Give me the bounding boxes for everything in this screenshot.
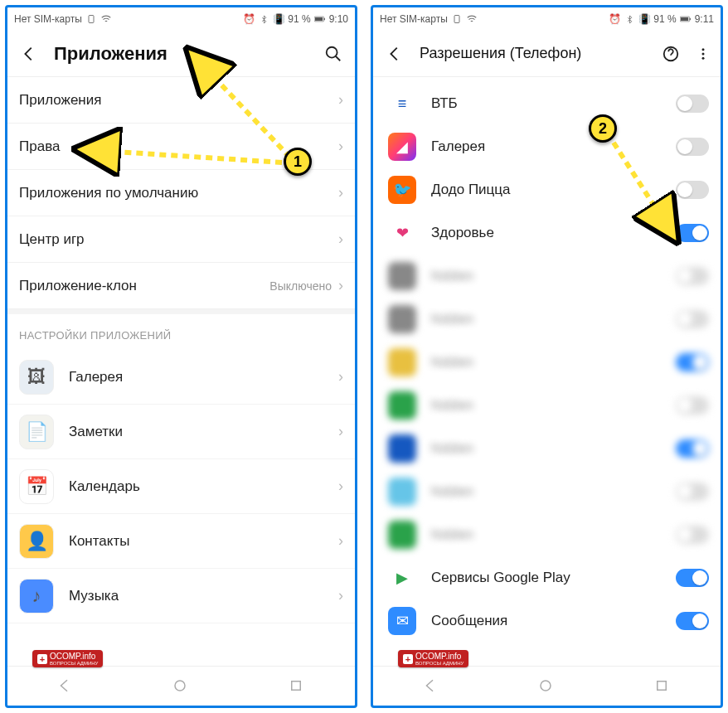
- chevron-right-icon: ›: [338, 532, 343, 550]
- watermark: + OCOMP.info ВОПРОСЫ АДМИНУ: [32, 650, 103, 667]
- permission-toggle[interactable]: [676, 310, 709, 328]
- app-icon: 🐦: [388, 176, 416, 204]
- vibrate-icon: 📳: [638, 13, 650, 25]
- permission-row[interactable]: hidden: [373, 470, 721, 513]
- permission-row[interactable]: hidden: [373, 384, 721, 427]
- nav-recent-icon[interactable]: [654, 678, 671, 695]
- permission-row[interactable]: ❤ Здоровье: [373, 211, 721, 255]
- permission-row[interactable]: hidden: [373, 341, 721, 384]
- row-label: Приложения: [19, 92, 338, 109]
- svg-point-14: [702, 56, 705, 59]
- alarm-icon: ⏰: [609, 13, 620, 25]
- permission-toggle[interactable]: [676, 267, 709, 285]
- row-apps[interactable]: Приложения ›: [7, 77, 355, 124]
- app-row[interactable]: ♪ Музыка ›: [7, 569, 355, 623]
- battery-percent: 91 %: [653, 13, 676, 25]
- permission-toggle[interactable]: [676, 138, 709, 156]
- nav-back-icon[interactable]: [423, 678, 439, 695]
- sim-icon: [451, 13, 463, 25]
- row-label: Приложения по умолчанию: [19, 185, 338, 201]
- permission-row[interactable]: ▶ Сервисы Google Play: [373, 556, 721, 599]
- row-game-center[interactable]: Центр игр ›: [7, 216, 355, 263]
- svg-point-13: [702, 52, 705, 55]
- header: Приложения: [7, 31, 355, 77]
- battery-icon: [314, 13, 326, 25]
- permission-toggle[interactable]: [676, 95, 709, 113]
- row-meta: Выключено: [269, 279, 332, 293]
- nav-home-icon[interactable]: [172, 678, 189, 695]
- permission-toggle[interactable]: [676, 396, 709, 415]
- sim-icon: [85, 13, 97, 25]
- wifi-icon: [100, 13, 112, 25]
- nav-back-icon[interactable]: [57, 678, 74, 695]
- permission-toggle[interactable]: [676, 439, 709, 458]
- row-app-twin[interactable]: Приложение-клон Выключено ›: [7, 263, 355, 309]
- app-icon: ◢: [388, 133, 416, 161]
- permission-row[interactable]: hidden: [373, 427, 721, 470]
- permission-row[interactable]: ≡ ВТБ: [373, 82, 721, 125]
- app-icon: [388, 478, 416, 506]
- page-title: Приложения: [54, 43, 308, 65]
- svg-rect-10: [689, 18, 690, 20]
- row-label: Права: [19, 138, 338, 155]
- app-icon: ❤: [388, 219, 416, 247]
- clock-label: 9:11: [695, 13, 714, 25]
- permission-row[interactable]: hidden: [373, 513, 721, 556]
- permission-row[interactable]: ✉ Сообщения: [373, 599, 721, 643]
- app-row[interactable]: 📅 Календарь ›: [7, 459, 355, 514]
- permission-row[interactable]: 🐦 Додо Пицца: [373, 168, 721, 211]
- chevron-right-icon: ›: [338, 277, 343, 294]
- alarm-icon: ⏰: [243, 13, 255, 25]
- app-label: hidden: [431, 268, 661, 284]
- row-label: Приложение-клон: [19, 278, 269, 294]
- permission-toggle[interactable]: [676, 483, 709, 501]
- nav-home-icon[interactable]: [538, 678, 555, 695]
- watermark-sub: ВОПРОСЫ АДМИНУ: [50, 661, 98, 666]
- permission-row[interactable]: hidden: [373, 255, 721, 298]
- clock-label: 9:10: [329, 13, 348, 25]
- carrier-label: Нет SIM-карты: [380, 13, 448, 25]
- app-icon: [388, 391, 416, 420]
- chevron-right-icon: ›: [338, 230, 343, 248]
- svg-point-15: [541, 681, 551, 691]
- permission-toggle[interactable]: [676, 353, 709, 371]
- app-icon: ▶: [388, 564, 416, 592]
- chevron-right-icon: ›: [338, 478, 343, 495]
- header: Разрешения (Телефон): [373, 31, 721, 77]
- nav-recent-icon[interactable]: [289, 678, 305, 695]
- app-label: Контакты: [69, 533, 323, 550]
- permission-toggle[interactable]: [676, 224, 709, 242]
- svg-point-5: [175, 681, 185, 691]
- back-button[interactable]: [17, 42, 41, 65]
- permission-toggle[interactable]: [676, 569, 709, 587]
- app-label: hidden: [431, 440, 661, 457]
- battery-percent: 91 %: [288, 13, 310, 25]
- app-label: ВТБ: [431, 95, 661, 112]
- chevron-right-icon: ›: [338, 587, 343, 604]
- row-default-apps[interactable]: Приложения по умолчанию ›: [7, 170, 355, 216]
- permission-row[interactable]: ◢ Галерея: [373, 125, 721, 168]
- app-row[interactable]: 📄 Заметки ›: [7, 405, 355, 459]
- svg-rect-6: [292, 681, 301, 690]
- chevron-right-icon: ›: [338, 368, 343, 386]
- help-button[interactable]: [659, 42, 682, 65]
- more-button[interactable]: [696, 42, 711, 65]
- app-row[interactable]: 👤 Контакты ›: [7, 514, 355, 569]
- permission-toggle[interactable]: [676, 612, 709, 630]
- permission-row[interactable]: hidden: [373, 298, 721, 341]
- app-row[interactable]: 🖼 Галерея ›: [7, 350, 355, 405]
- row-label: Центр игр: [19, 231, 338, 248]
- nav-bar: [373, 666, 721, 706]
- status-bar: Нет SIM-карты ⏰ 📳 91 % 9:11: [373, 7, 721, 31]
- app-icon: 📄: [19, 415, 54, 449]
- app-icon: [388, 348, 416, 376]
- row-permissions[interactable]: Права ›: [7, 124, 355, 170]
- permission-toggle[interactable]: [676, 526, 709, 544]
- search-button[interactable]: [322, 42, 345, 65]
- permission-toggle[interactable]: [676, 181, 709, 199]
- app-label: Музыка: [69, 588, 323, 604]
- back-button[interactable]: [383, 42, 406, 65]
- svg-point-12: [702, 48, 705, 51]
- svg-rect-9: [681, 17, 688, 21]
- battery-icon: [680, 13, 692, 25]
